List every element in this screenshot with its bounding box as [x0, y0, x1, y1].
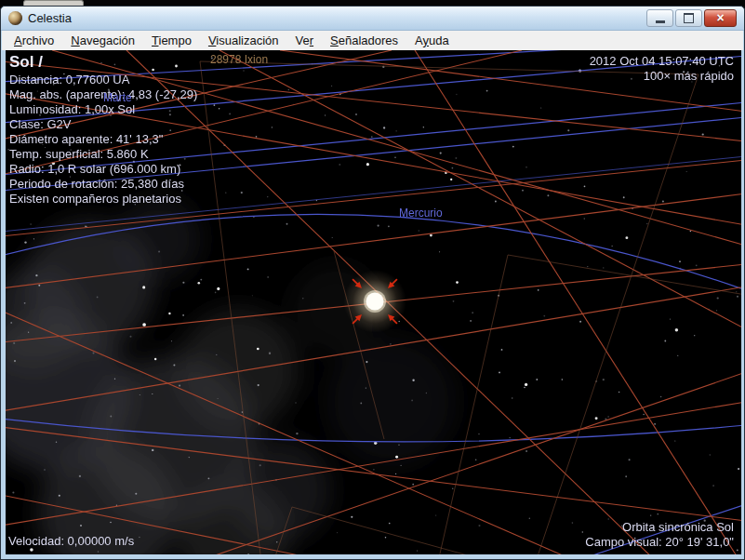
menu-archivo[interactable]: Archivo [6, 32, 62, 49]
velocity-readout: Velocidad: 0,00000 m/s [8, 534, 134, 549]
datetime-utc: 2012 Oct 04 15:07:40 UTC [590, 54, 734, 69]
info-line-apparent-diameter: Diámetro aparente: 41' 13,3" [9, 132, 197, 147]
time-rate: 100× más rápido [590, 69, 734, 84]
title-bar[interactable]: Celestia × [1, 7, 744, 31]
minimize-icon [656, 20, 665, 23]
info-line-class: Clase: G2V [9, 117, 197, 132]
menu-tiempo[interactable]: Tiempo [143, 32, 200, 49]
close-button[interactable]: × [704, 9, 737, 27]
menu-visualizacion[interactable]: Visualización [200, 32, 287, 49]
info-line-companions: Existen compañeros planetarios [9, 192, 197, 207]
info-line-surface-temp: Temp. superficial: 5.860 K [9, 147, 197, 162]
window-controls: × [646, 9, 737, 27]
close-icon: × [716, 10, 724, 26]
scene-viewport[interactable]: Sol / Distancia: 0,77600 UA Mag. abs. (a… [6, 50, 741, 554]
field-of-view: Campo visual: 20° 19' 31,0" [585, 535, 734, 550]
maximize-icon [684, 13, 694, 23]
selected-object-title: Sol / [9, 55, 197, 70]
info-line-radius: Radio: 1,0 R solar (696.000 km) [9, 162, 197, 177]
celestia-window: Celestia × Archivo Navegación Tiempo Vis… [0, 6, 745, 560]
minimize-button[interactable] [646, 9, 673, 27]
nebula [6, 197, 457, 554]
menu-ver[interactable]: Ver [287, 32, 323, 49]
maximize-button[interactable] [675, 9, 702, 27]
info-line-distance: Distancia: 0,77600 UA [9, 73, 197, 87]
menu-bar: Archivo Navegación Tiempo Visualización … [2, 31, 743, 50]
frame-fov-panel: Orbita sincrónica Sol Campo visual: 20° … [585, 520, 734, 550]
label-28978-ixion[interactable]: 28978 Ixion [210, 54, 268, 66]
info-line-rotation-period: Periodo de rotación: 25,380 días [9, 177, 197, 192]
label-mercurio[interactable]: Mercurio [399, 207, 443, 220]
object-info-panel: Sol / Distancia: 0,77600 UA Mag. abs. (a… [9, 55, 197, 207]
menu-senaladores[interactable]: Señaladores [322, 32, 406, 49]
info-line-luminosity: Luminosidad: 1,00x Sol [9, 102, 197, 117]
reference-frame: Orbita sincrónica Sol [585, 520, 734, 535]
menu-navegacion[interactable]: Navegación [62, 32, 143, 49]
menu-ayuda[interactable]: Ayuda [406, 32, 458, 49]
app-icon [8, 11, 22, 25]
label-marte[interactable]: Marte [103, 92, 132, 104]
time-panel: 2012 Oct 04 15:07:40 UTC 100× más rápido [590, 54, 734, 84]
window-title: Celestia [28, 11, 72, 25]
